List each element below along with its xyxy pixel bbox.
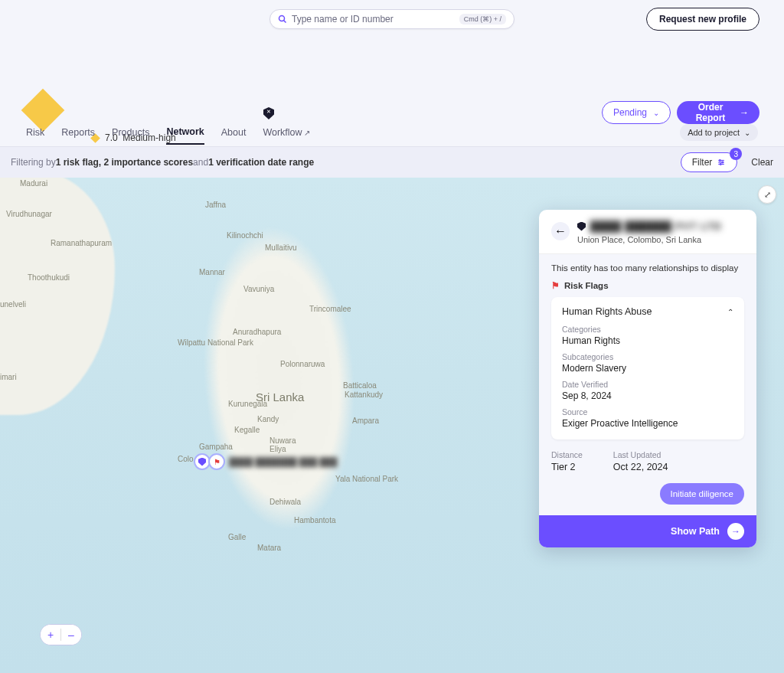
map-label: Jaffna xyxy=(205,201,226,209)
tab-risk[interactable]: Risk xyxy=(26,127,44,144)
relationship-overflow-message: This entity has too many relationships t… xyxy=(551,263,744,273)
filter-bar: Filtering by 1 risk flag, 2 importance s… xyxy=(0,147,784,178)
map-label: Batticaloa xyxy=(343,381,377,390)
map-label: Vavuniya xyxy=(243,285,274,293)
map-label: unelveli xyxy=(0,300,26,309)
map-label: Gampaha xyxy=(199,443,233,451)
map-label: Nuwara Eliya xyxy=(270,436,296,453)
distance-value: Tier 2 xyxy=(551,462,583,472)
filter-button[interactable]: Filter 3 xyxy=(681,152,738,172)
tab-network[interactable]: Network xyxy=(166,126,204,145)
tab-about[interactable]: About xyxy=(221,127,247,144)
map-label: Colo xyxy=(178,455,194,463)
map-label: Yala National Park xyxy=(335,475,398,483)
svg-point-5 xyxy=(720,160,721,162)
last-updated-value: Oct 22, 2024 xyxy=(613,462,668,472)
tab-products[interactable]: Products xyxy=(112,127,149,144)
status-pending-label: Pending xyxy=(613,107,647,118)
risk-flags-section-text: Risk Flags xyxy=(564,281,609,290)
map-label: Dehiwala xyxy=(270,498,301,506)
map-entity-pin[interactable]: ⚑ ████ ███████ ███ ███ xyxy=(194,453,338,470)
search-shortcut-badge: Cmd (⌘) + / xyxy=(459,14,506,25)
clear-filters-link[interactable]: Clear xyxy=(751,157,773,168)
map-label: Thoothukudi xyxy=(28,273,70,282)
chevron-down-icon: ⌄ xyxy=(653,109,659,117)
map-label: Trincomalee xyxy=(309,305,351,313)
global-search[interactable]: Cmd (⌘) + / xyxy=(270,9,514,29)
map-label: Anuradhapura xyxy=(233,328,281,336)
map-label: Kurunegala xyxy=(228,400,267,408)
risk-card-title: Human Rights Abuse xyxy=(562,306,652,317)
map-zoom-control: + – xyxy=(40,624,82,645)
map-label: Virudhunagar xyxy=(6,210,52,218)
risk-flags-section-label: ⚑ Risk Flags xyxy=(551,280,744,291)
svg-point-0 xyxy=(279,16,285,21)
entity-name: ████ ██████ PVT LTD xyxy=(590,221,722,232)
source-key: Source xyxy=(562,407,733,417)
search-input[interactable] xyxy=(292,14,456,25)
svg-point-7 xyxy=(720,164,722,165)
request-new-profile-button[interactable]: Request new profile xyxy=(646,8,760,31)
svg-line-1 xyxy=(284,21,286,23)
risk-flag-card: Human Rights Abuse ⌃ Categories Human Ri… xyxy=(551,297,744,439)
svg-point-6 xyxy=(722,162,724,163)
panel-back-button[interactable]: ← xyxy=(551,222,570,240)
categories-key: Categories xyxy=(562,325,733,334)
map-label: Mannar xyxy=(199,268,225,276)
arrow-left-icon: ← xyxy=(554,224,567,238)
status-pending-button[interactable]: Pending ⌄ xyxy=(602,101,671,124)
source-value: Exiger Proactive Intelligence xyxy=(562,418,733,429)
filter-part1: 1 risk flag, 2 importance scores xyxy=(56,157,193,168)
zoom-out-button[interactable]: – xyxy=(61,624,81,645)
filter-count-badge: 3 xyxy=(730,148,742,160)
risk-card-toggle[interactable]: Human Rights Abuse ⌃ xyxy=(562,306,733,317)
network-map[interactable]: Sri Lanka Madurai Virudhunagar Ramanatha… xyxy=(0,178,784,673)
map-label: Galle xyxy=(228,533,246,541)
flag-icon: ⚑ xyxy=(551,280,560,291)
add-to-project-button[interactable]: Add to project ⌄ xyxy=(680,124,758,141)
distance-key: Distance xyxy=(551,450,583,459)
entity-address: Union Place, Colombo, Sri Lanka xyxy=(577,235,744,244)
map-label: Kegalle xyxy=(234,426,260,434)
filter-prefix: Filtering by xyxy=(11,157,56,168)
search-icon xyxy=(278,15,287,24)
initiate-diligence-button[interactable]: Initiate diligence xyxy=(660,483,744,505)
map-label: Wilpattu National Park xyxy=(178,338,253,347)
map-label: Polonnaruwa xyxy=(280,360,325,368)
shield-icon xyxy=(577,222,586,231)
order-report-label: Order Report xyxy=(688,102,733,123)
map-label: imari xyxy=(0,373,17,381)
pin-flag-icon: ⚑ xyxy=(208,453,225,470)
profile-tabs: Risk Reports Products Network About Work… xyxy=(0,124,784,147)
pin-entity-label: ████ ███████ ███ ███ xyxy=(229,457,338,466)
map-label: Ampara xyxy=(352,417,379,425)
chevron-up-icon: ⌃ xyxy=(727,308,733,316)
subcategories-key: Subcategories xyxy=(562,352,733,361)
order-report-button[interactable]: Order Report → xyxy=(677,101,760,124)
filter-part2: 1 verification date range xyxy=(208,157,314,168)
map-expand-button[interactable]: ⤢ xyxy=(758,185,776,204)
map-label: Kilinochchi xyxy=(227,231,263,240)
filter-label: Filter xyxy=(692,157,713,168)
tab-reports[interactable]: Reports xyxy=(61,127,95,144)
map-label: Kandy xyxy=(257,415,279,423)
subcategories-value: Modern Slavery xyxy=(562,363,733,374)
categories-value: Human Rights xyxy=(562,335,733,346)
show-path-button[interactable]: Show Path → xyxy=(539,515,756,547)
arrow-right-circle-icon: → xyxy=(727,523,744,540)
entity-detail-panel: ← ████ ██████ PVT LTD Union Place, Colom… xyxy=(539,210,756,547)
add-to-project-label: Add to project xyxy=(688,128,740,137)
map-label: Hambantota xyxy=(294,516,335,524)
date-verified-value: Sep 8, 2024 xyxy=(562,390,733,401)
map-label: Madurai xyxy=(20,179,47,188)
date-verified-key: Date Verified xyxy=(562,380,733,389)
tab-workflow[interactable]: Workflow↗ xyxy=(263,127,309,144)
filter-conj: and xyxy=(193,157,208,168)
expand-icon: ⤢ xyxy=(764,190,771,200)
zoom-in-button[interactable]: + xyxy=(41,624,60,645)
map-label: Matara xyxy=(257,544,281,552)
external-link-icon: ↗ xyxy=(304,129,310,137)
map-label: Kattankudy xyxy=(345,390,383,399)
last-updated-key: Last Updated xyxy=(613,450,668,459)
verification-shield-icon xyxy=(263,107,274,119)
